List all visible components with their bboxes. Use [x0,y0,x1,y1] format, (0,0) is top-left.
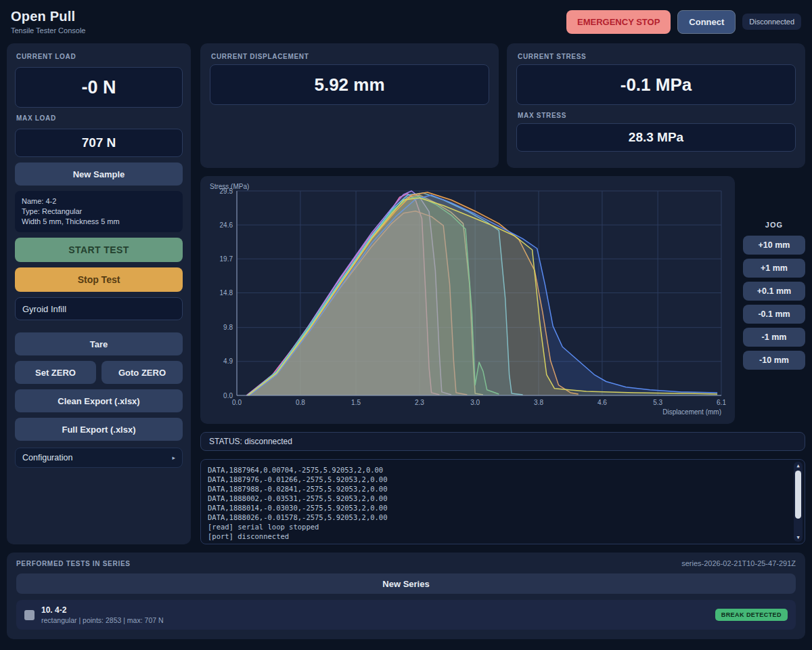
log-line: DATA,1887964,0.00704,-2575,5.92053,2,0.0… [208,465,787,475]
x-tick-label: 3.0 [470,399,480,406]
status-bar: STATUS: disconnected [200,432,805,451]
x-tick-label: 2.3 [415,399,424,406]
max-stress-label: MAX STRESS [518,112,796,119]
connect-button[interactable]: Connect [677,10,736,34]
log-line: DATA,1888002,-0.03531,-2575,5.92053,2,0.… [208,494,787,503]
test-info: 10. 4-2 rectangular | points: 2853 | max… [41,605,708,624]
max-load-value: 707 N [15,129,183,157]
connection-status-badge: Disconnected [742,14,801,30]
performed-tests-panel: PERFORMED TESTS IN SERIES series-2026-02… [7,552,805,639]
x-axis-title: Displacement (mm) [662,408,721,416]
y-tick-label: 19.7 [220,255,233,263]
header-actions: EMERGENCY STOP Connect Disconnected [566,10,801,34]
series-header: PERFORMED TESTS IN SERIES series-2026-02… [16,559,796,567]
control-sidebar: CURRENT LOAD -0 N MAX LOAD 707 N New Sam… [7,43,191,544]
clean-export-button[interactable]: Clean Export (.xlsx) [15,389,183,412]
test-title: 10. 4-2 [41,605,708,615]
jog-minus-0-1mm-button[interactable]: -0.1 mm [743,305,805,324]
tare-button[interactable]: Tare [15,332,183,355]
chart-row: 0.00.81.52.33.03.84.65.36.10.04.99.814.8… [200,176,805,424]
x-tick-label: 6.1 [717,399,726,406]
stress-panel: CURRENT STRESS -0.1 MPa MAX STRESS 28.3 … [507,43,805,168]
x-tick-label: 0.8 [296,399,305,406]
jog-plus-10mm-button[interactable]: +10 mm [743,236,805,255]
x-tick-label: 0.0 [232,399,242,406]
x-tick-label: 4.6 [597,399,607,406]
chevron-right-icon: ▸ [172,454,175,461]
sample-name: Name: 4-2 [22,196,176,207]
sample-type: Type: Rectangular [22,207,176,217]
y-tick-label: 24.6 [220,221,233,229]
y-tick-label: 14.8 [220,289,233,297]
jog-label: JOG [743,221,805,229]
main-area: CURRENT DISPLACEMENT 5.92 mm CURRENT STR… [200,43,805,544]
configuration-label: Configuration [22,453,72,462]
new-series-button[interactable]: New Series [16,573,796,594]
max-load-label: MAX LOAD [16,114,183,122]
current-stress-label: CURRENT STRESS [518,53,796,60]
set-zero-button[interactable]: Set ZERO [15,361,96,384]
configuration-accordion[interactable]: Configuration ▸ [15,448,183,468]
scroll-up-icon[interactable]: ▲ [794,462,803,470]
log-scrollbar[interactable]: ▲ ▼ [794,462,803,542]
log-line: DATA,1887988,-0.02841,-2575,5.92053,2,0.… [208,484,787,494]
current-stress-value: -0.1 MPa [516,64,796,105]
app-subtitle: Tensile Tester Console [11,26,85,35]
log-line: DATA,1888026,-0.01578,-2575,5.92053,2,0.… [208,513,787,522]
jog-controls: JOG +10 mm +1 mm +0.1 mm -0.1 mm -1 mm -… [743,176,805,424]
y-tick-label: 4.9 [223,358,233,365]
jog-plus-0-1mm-button[interactable]: +0.1 mm [743,282,805,301]
emergency-stop-button[interactable]: EMERGENCY STOP [566,10,671,34]
app-title: Open Pull [11,9,85,24]
content-area: CURRENT LOAD -0 N MAX LOAD 707 N New Sam… [0,43,812,544]
full-export-button[interactable]: Full Export (.xlsx) [15,418,183,441]
x-tick-label: 5.3 [653,399,662,406]
sample-info-box: Name: 4-2 Type: Rectangular Width 5 mm, … [15,191,183,232]
y-axis-title: Stress (MPa) [210,183,249,190]
scrollbar-thumb[interactable] [795,471,801,519]
jog-minus-1mm-button[interactable]: -1 mm [743,328,805,347]
performed-tests-label: PERFORMED TESTS IN SERIES [16,560,131,567]
test-list-item[interactable]: 10. 4-2 rectangular | points: 2853 | max… [16,600,796,630]
log-line: [read] serial loop stopped [208,522,787,532]
series-fill-test-9 [248,198,717,395]
log-line: [port] disconnected [208,532,787,541]
stress-strain-chart: 0.00.81.52.33.03.84.65.36.10.04.99.814.8… [207,183,728,417]
current-displacement-value: 5.92 mm [210,64,489,105]
sample-name-input[interactable] [15,297,183,320]
current-load-label: CURRENT LOAD [16,53,183,60]
test-meta: rectangular | points: 2853 | max: 707 N [41,616,708,624]
stress-strain-chart-panel: 0.00.81.52.33.03.84.65.36.10.04.99.814.8… [200,176,735,424]
serial-log[interactable]: DATA,1887964,0.00704,-2575,5.92053,2,0.0… [200,459,805,544]
test-checkbox[interactable] [24,610,35,620]
max-stress-value: 28.3 MPa [516,123,796,152]
x-tick-label: 3.8 [534,399,543,406]
goto-zero-button[interactable]: Goto ZERO [102,361,183,384]
current-displacement-label: CURRENT DISPLACEMENT [211,53,489,60]
zero-buttons-row: Set ZERO Goto ZERO [15,361,183,384]
y-tick-label: 0.0 [223,392,233,399]
current-load-value: -0 N [15,67,183,108]
sample-dimensions: Width 5 mm, Thickness 5 mm [22,217,176,227]
app-header: Open Pull Tensile Tester Console EMERGEN… [0,0,812,43]
jog-minus-10mm-button[interactable]: -10 mm [743,351,805,370]
start-test-button[interactable]: START TEST [15,238,183,262]
x-tick-label: 1.5 [351,399,361,406]
jog-plus-1mm-button[interactable]: +1 mm [743,259,805,278]
readout-row: CURRENT DISPLACEMENT 5.92 mm CURRENT STR… [200,43,805,168]
displacement-panel: CURRENT DISPLACEMENT 5.92 mm [200,43,499,168]
scroll-down-icon[interactable]: ▼ [794,534,803,542]
y-tick-label: 9.8 [223,324,233,331]
log-line: DATA,1887976,-0.01266,-2575,5.92053,2,0.… [208,475,787,484]
series-id: series-2026-02-21T10-25-47-291Z [681,559,796,567]
log-line: DATA,1888014,-0.03030,-2575,5.92053,2,0.… [208,503,787,513]
break-detected-badge: BREAK DETECTED [715,609,788,621]
stop-test-button[interactable]: Stop Test [15,267,183,292]
new-sample-button[interactable]: New Sample [15,162,183,186]
app-brand: Open Pull Tensile Tester Console [11,9,85,35]
